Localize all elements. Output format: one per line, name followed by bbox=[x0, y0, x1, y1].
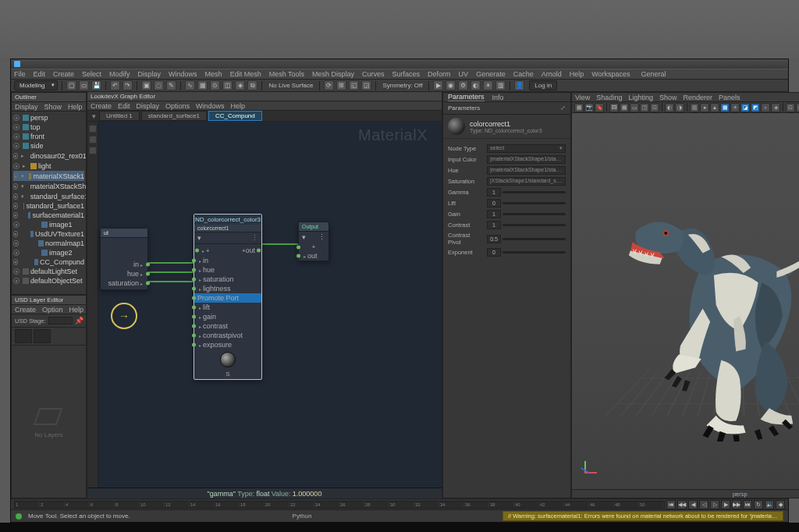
snap-grid-icon[interactable]: ▦ bbox=[197, 80, 208, 90]
vp-cam-icon[interactable]: 📷 bbox=[584, 103, 594, 112]
vp-img-icon[interactable]: 🖼 bbox=[609, 103, 619, 112]
lk-menu-create[interactable]: Create bbox=[91, 102, 112, 110]
key-icon[interactable]: ◆ bbox=[776, 500, 785, 509]
vp-book-icon[interactable]: 🔖 bbox=[595, 103, 604, 112]
vp-xray2-icon[interactable]: ◱ bbox=[796, 103, 799, 112]
ipr-icon[interactable]: ◉ bbox=[446, 80, 456, 90]
port-out-saturation[interactable]: saturation▸ bbox=[101, 278, 147, 288]
menu-uv[interactable]: UV bbox=[459, 70, 469, 78]
login-button[interactable]: Log in bbox=[529, 80, 557, 90]
outliner-item[interactable]: ●materialXStack1 bbox=[13, 171, 84, 181]
port-out-in[interactable]: in▸ bbox=[101, 260, 147, 269]
vp-smooth-icon[interactable]: ● bbox=[700, 103, 709, 112]
param-value[interactable]: 1 bbox=[487, 188, 501, 197]
menu-file[interactable]: File bbox=[14, 70, 26, 78]
menu-display[interactable]: Display bbox=[138, 70, 162, 78]
lk-menu-edit[interactable]: Edit bbox=[118, 102, 130, 110]
outliner-item[interactable]: ●defaultObjectSet bbox=[13, 276, 84, 286]
vp-shade2-icon[interactable]: ◑ bbox=[675, 103, 684, 112]
graph-tool-2-icon[interactable] bbox=[89, 136, 97, 144]
param-value[interactable]: 1 bbox=[487, 210, 501, 218]
vp-gate-icon[interactable]: ◫ bbox=[640, 103, 649, 112]
lasso-icon[interactable]: ◌ bbox=[154, 80, 164, 90]
xray-icon[interactable]: ◱ bbox=[349, 80, 359, 90]
python-label[interactable]: Python bbox=[293, 512, 312, 520]
outliner-item[interactable]: ●UsdUVTexture1 bbox=[13, 229, 84, 239]
param-value[interactable]: 0 bbox=[487, 199, 501, 207]
menu-windows[interactable]: Windows bbox=[169, 70, 197, 78]
play-next-icon[interactable]: ▶ bbox=[721, 500, 730, 509]
workspace-dropdown[interactable]: General bbox=[641, 70, 666, 78]
vp-tex-icon[interactable]: ▦ bbox=[720, 103, 730, 112]
port-hue[interactable]: ▸hue bbox=[194, 265, 261, 275]
render-icon[interactable]: ▶ bbox=[433, 80, 443, 90]
compass-icon[interactable] bbox=[111, 303, 137, 329]
outliner-menu-show[interactable]: Show bbox=[44, 103, 62, 111]
port-out-hue[interactable]: hue▸ bbox=[101, 269, 147, 278]
menu-curves[interactable]: Curves bbox=[362, 70, 385, 78]
tab-info[interactable]: Info bbox=[492, 94, 504, 101]
undo-icon[interactable]: ↶ bbox=[110, 80, 120, 90]
lk-menu-options[interactable]: Options bbox=[165, 102, 190, 110]
graph-tool-1-icon[interactable] bbox=[89, 125, 97, 133]
vp-menu-view[interactable]: View bbox=[575, 94, 590, 101]
usd-stage-dropdown[interactable] bbox=[48, 317, 73, 325]
vp-menu-show[interactable]: Show bbox=[659, 94, 677, 101]
outliner-menu-display[interactable]: Display bbox=[15, 103, 38, 111]
menu-arnold[interactable]: Arnold bbox=[542, 70, 562, 78]
loop-icon[interactable]: ↻ bbox=[754, 500, 763, 509]
outliner-item[interactable]: ●standard_surface1 bbox=[13, 201, 84, 211]
redo-icon[interactable]: ↷ bbox=[123, 80, 133, 90]
menu-help[interactable]: Help bbox=[570, 70, 584, 78]
vp-wire-icon[interactable]: ▥ bbox=[690, 103, 699, 112]
outliner-item[interactable]: ●persp bbox=[13, 113, 84, 122]
output-node[interactable]: Output ▾⋮ + ▸out bbox=[298, 222, 329, 261]
menu-create[interactable]: Create bbox=[53, 70, 74, 78]
audio-icon[interactable]: 🔈 bbox=[765, 500, 774, 509]
param-slider[interactable] bbox=[502, 224, 566, 226]
tab-cc-compund[interactable]: CC_Compund bbox=[208, 111, 262, 121]
play-end-icon[interactable]: ⏭ bbox=[743, 500, 752, 509]
outliner-item[interactable]: ●image1 bbox=[13, 220, 84, 229]
lk-menu-help[interactable]: Help bbox=[231, 102, 246, 110]
port-contrast[interactable]: ▸contrast bbox=[194, 321, 261, 331]
param-dropdown[interactable]: select bbox=[487, 144, 566, 153]
snap-view-icon[interactable]: ◈ bbox=[235, 80, 245, 90]
param-slider[interactable] bbox=[502, 202, 566, 204]
vp-menu-renderer[interactable]: Renderer bbox=[683, 94, 712, 101]
usd-thumb-1[interactable] bbox=[15, 329, 32, 343]
play-start-icon[interactable]: ⏮ bbox=[666, 500, 676, 509]
param-field[interactable]: |materialXStackShape1/standard_surface1/… bbox=[487, 155, 566, 164]
symmetry-label[interactable]: Symmetry: Off bbox=[382, 82, 422, 89]
vp-iso-icon[interactable]: ⊡ bbox=[786, 103, 795, 112]
live-surface-label[interactable]: No Live Surface bbox=[268, 82, 313, 89]
construction-icon[interactable]: ⊞ bbox=[336, 80, 346, 90]
outliner-item[interactable]: ●front bbox=[13, 132, 84, 141]
menu-surfaces[interactable]: Surfaces bbox=[392, 70, 421, 78]
outliner-item[interactable]: ●materialXStackShape1 bbox=[13, 181, 84, 191]
tab-untitled[interactable]: Untitled 1 bbox=[99, 111, 140, 121]
vp-film-icon[interactable]: ▭ bbox=[630, 103, 639, 112]
rendersettings-icon[interactable]: ⚙ bbox=[458, 80, 468, 90]
menu-modify[interactable]: Modify bbox=[109, 70, 130, 78]
play-nextkey-icon[interactable]: ▶▶ bbox=[732, 500, 741, 509]
param-slider[interactable] bbox=[502, 191, 566, 193]
param-slider[interactable] bbox=[502, 251, 566, 254]
vp-ao-icon[interactable]: ◩ bbox=[751, 103, 760, 112]
param-field[interactable]: |materialXStackShape1/standard_surface1/… bbox=[487, 166, 566, 175]
node-graph[interactable]: MaterialX ut in▸ hue▸ saturation▸ bbox=[87, 122, 442, 488]
vp-grid-icon[interactable]: ▦ bbox=[620, 103, 629, 112]
outliner-item[interactable]: ●image2 bbox=[13, 248, 84, 257]
outliner-item[interactable]: ●top bbox=[13, 122, 84, 132]
viewport-canvas[interactable]: persp bbox=[572, 113, 799, 489]
outliner-item[interactable]: ●light bbox=[13, 161, 84, 171]
lk-menu-display[interactable]: Display bbox=[137, 102, 160, 110]
new-icon[interactable]: ▢ bbox=[66, 80, 76, 90]
menu-edit[interactable]: Edit bbox=[34, 70, 46, 78]
param-value[interactable]: 0.5 bbox=[487, 235, 501, 243]
usd-thumb-2[interactable] bbox=[34, 329, 51, 343]
select-icon[interactable]: ▣ bbox=[141, 80, 151, 90]
output-port-plus[interactable]: + bbox=[299, 243, 328, 251]
panel-icon[interactable]: ▥ bbox=[495, 80, 506, 90]
open-icon[interactable]: ▭ bbox=[79, 80, 89, 90]
